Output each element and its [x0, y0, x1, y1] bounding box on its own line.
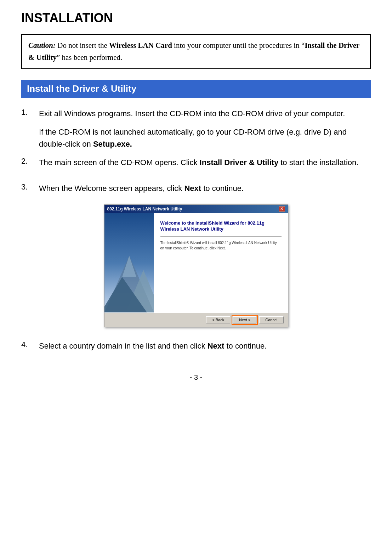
screenshot-container: 802.11g Wireless LAN Network Utility ✕	[21, 204, 371, 327]
step-2-text-after: to start the installation.	[278, 158, 358, 167]
caution-text-middle: into your computer until the procedures …	[172, 41, 305, 50]
step-3-bold: Next	[184, 184, 201, 193]
step-4-text-after: to continue.	[224, 341, 267, 350]
wizard-separator	[160, 236, 282, 237]
step-number-4: 4.	[21, 340, 39, 349]
wizard-next-button[interactable]: Next >	[233, 316, 256, 323]
caution-text-end: ” has been performed.	[57, 53, 122, 62]
wizard-body-text: The InstallShield® Wizard will install 8…	[160, 240, 282, 251]
wizard-decoration	[104, 213, 154, 312]
step-number-3: 3.	[21, 182, 39, 192]
wizard-footer: < Back Next > Cancel	[104, 312, 288, 327]
wizard-title: 802.11g Wireless LAN Network Utility	[107, 207, 182, 211]
step-1-subpara-text: If the CD-ROM is not launched automatica…	[39, 128, 347, 148]
step-2-bold: Install Driver & Utility	[200, 158, 279, 167]
wizard-left-panel	[104, 213, 154, 312]
numbered-list: 1. Exit all Windows programs. Insert the…	[21, 108, 371, 352]
caution-label: Caution:	[28, 41, 56, 50]
step-1-subpara-bold: Setup.exe.	[93, 140, 132, 148]
list-item: 4. Select a country domain in the list a…	[21, 340, 371, 352]
caution-bold1: Wireless LAN Card	[109, 41, 172, 50]
wizard-window: 802.11g Wireless LAN Network Utility ✕	[104, 204, 288, 327]
page-title: INSTALLATION	[21, 11, 371, 26]
step-number-1: 1.	[21, 108, 39, 117]
step-3-text-after: to continue.	[201, 184, 244, 193]
list-item: 3. When the Welcome screen appears, clic…	[21, 182, 371, 194]
wizard-right-panel: Welcome to the InstallShield Wizard for …	[154, 213, 288, 312]
step-4-content: Select a country domain in the list and …	[39, 340, 371, 352]
step-number-2: 2.	[21, 157, 39, 166]
step-2-text-before: The main screen of the CD-ROM opens. Cli…	[39, 158, 200, 167]
wizard-cancel-button[interactable]: Cancel	[259, 316, 283, 323]
step-1-content: Exit all Windows programs. Insert the CD…	[39, 108, 371, 120]
screenshot-item: 802.11g Wireless LAN Network Utility ✕	[21, 204, 371, 327]
list-item: If the CD-ROM is not launched automatica…	[21, 126, 371, 150]
step-1-subpara: If the CD-ROM is not launched automatica…	[39, 126, 371, 150]
step-2-content: The main screen of the CD-ROM opens. Cli…	[39, 157, 371, 169]
wizard-titlebar: 802.11g Wireless LAN Network Utility ✕	[104, 205, 288, 213]
step-4-text-before: Select a country domain in the list and …	[39, 341, 208, 350]
spacer	[21, 175, 371, 182]
caution-box: Caution: Do not insert the Wireless LAN …	[21, 34, 371, 69]
section-header: Install the Driver & Utility	[21, 80, 371, 98]
wizard-body: Welcome to the InstallShield Wizard for …	[104, 213, 288, 312]
step-3-text-before: When the Welcome screen appears, click	[39, 184, 184, 193]
page-number: - 3 -	[21, 373, 371, 382]
list-item: 2. The main screen of the CD-ROM opens. …	[21, 157, 371, 169]
wizard-welcome-title: Welcome to the InstallShield Wizard for …	[160, 220, 282, 232]
wizard-back-button[interactable]: < Back	[206, 316, 230, 323]
wizard-close-button[interactable]: ✕	[279, 206, 285, 212]
caution-text-before: Do not insert the	[56, 41, 109, 50]
step-4-bold: Next	[208, 341, 225, 350]
list-item: 1. Exit all Windows programs. Insert the…	[21, 108, 371, 120]
step-3-content: When the Welcome screen appears, click N…	[39, 182, 371, 194]
